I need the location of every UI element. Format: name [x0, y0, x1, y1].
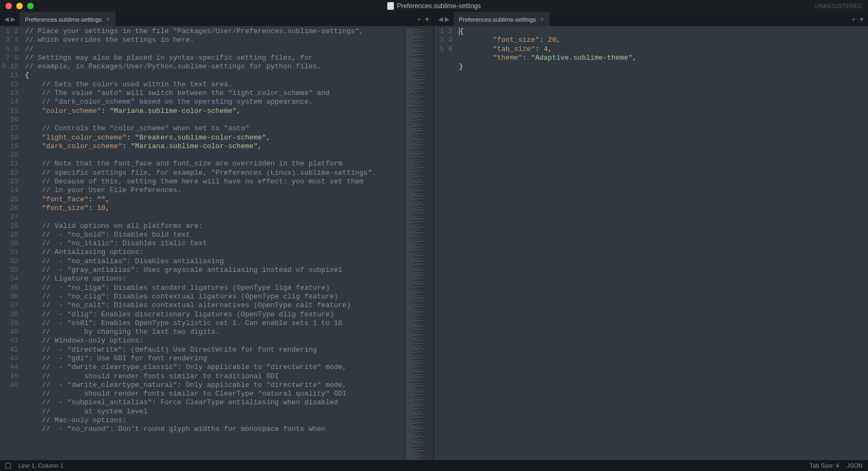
tab-preferences-right[interactable]: Preferences.sublime-settings × — [454, 12, 550, 26]
status-position[interactable]: Line 1, Column 1 — [18, 462, 63, 469]
nav-back-icon[interactable]: ◀ — [4, 16, 9, 23]
nav-forward-icon[interactable]: ▶ — [445, 16, 449, 23]
code-right[interactable]: { "font_size": 20, "tab_size": 4, "theme… — [458, 26, 868, 460]
nav-back-icon[interactable]: ◀ — [438, 16, 443, 23]
new-tab-icon[interactable]: + — [417, 15, 421, 23]
tab-label: Preferences.sublime-settings — [25, 16, 102, 23]
pane-left: ◀ ▶ Preferences.sublime-settings × + ▾ 1… — [0, 12, 434, 460]
status-bar: Line 1, Column 1 Tab Size: 4 JSON — [0, 460, 868, 471]
gutter-right: 1 2 3 4 5 6 — [434, 26, 458, 460]
tabrow-left: ◀ ▶ Preferences.sublime-settings × + ▾ — [0, 12, 433, 26]
tab-nav-left[interactable]: ◀ ▶ — [0, 12, 20, 26]
close-window-icon[interactable] — [5, 3, 12, 9]
editor-left[interactable]: 1 2 3 4 5 6 7 8 9 10 11 12 13 14 15 16 1… — [0, 26, 433, 460]
status-syntax[interactable]: JSON — [847, 462, 863, 469]
tab-preferences-left[interactable]: Preferences.sublime-settings × — [20, 12, 116, 26]
tab-nav-right[interactable]: ◀ ▶ — [434, 12, 454, 26]
window-title: Preferences.sublime-settings — [397, 2, 481, 10]
nav-forward-icon[interactable]: ▶ — [11, 16, 15, 23]
close-tab-icon[interactable]: × — [106, 16, 110, 23]
new-tab-icon[interactable]: + — [851, 15, 856, 23]
titlebar: Preferences.sublime-settings UNREGISTERE… — [0, 0, 868, 12]
minimap-left[interactable] — [404, 26, 433, 460]
status-tab-size[interactable]: Tab Size: 4 — [809, 462, 839, 469]
zoom-window-icon[interactable] — [27, 3, 34, 9]
panes: ◀ ▶ Preferences.sublime-settings × + ▾ 1… — [0, 12, 868, 460]
window-controls[interactable] — [5, 3, 34, 9]
pane-right: ◀ ▶ Preferences.sublime-settings × + ▾ 1… — [434, 12, 868, 460]
tab-menu-icon[interactable]: ▾ — [860, 15, 864, 23]
gutter-left: 1 2 3 4 5 6 7 8 9 10 11 12 13 14 15 16 1… — [0, 26, 24, 460]
tab-menu-icon[interactable]: ▾ — [425, 15, 429, 23]
unregistered-label: UNREGISTERED — [815, 3, 863, 9]
sidebar-toggle-icon[interactable] — [5, 463, 11, 468]
minimize-window-icon[interactable] — [16, 3, 23, 9]
close-tab-icon[interactable]: × — [540, 16, 544, 23]
code-left[interactable]: // Place your settings in the file "Pack… — [24, 26, 404, 460]
document-icon — [387, 2, 394, 10]
tab-label: Preferences.sublime-settings — [459, 16, 536, 23]
editor-right[interactable]: 1 2 3 4 5 6 { "font_size": 20, "tab_size… — [434, 26, 868, 460]
tabrow-right: ◀ ▶ Preferences.sublime-settings × + ▾ — [434, 12, 868, 26]
